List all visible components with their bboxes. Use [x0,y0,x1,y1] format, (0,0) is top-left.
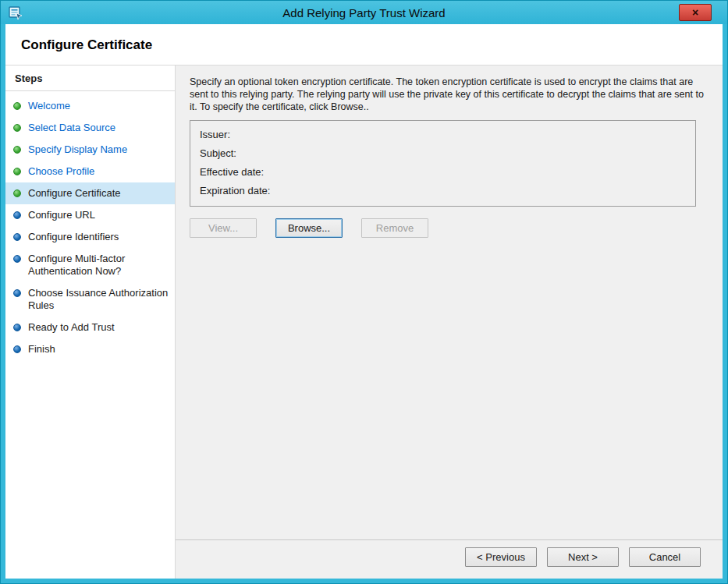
step-label: Select Data Source [28,122,169,134]
sidebar-step-welcome[interactable]: Welcome [5,95,175,117]
sidebar-step-select-data-source[interactable]: Select Data Source [5,117,175,139]
effective-date-label: Effective date: [200,166,686,178]
steps-list: Welcome Select Data Source Specify Displ… [5,91,175,360]
step-label: Specify Display Name [28,143,169,156]
sidebar-step-ready-to-add-trust: Ready to Add Trust [5,317,175,338]
previous-button[interactable]: < Previous [465,547,537,567]
step-completed-icon [13,146,21,154]
certificate-group: Issuer: Subject: Effective date: Expirat… [190,120,696,207]
footer-bar: < Previous Next > Cancel [176,540,723,579]
step-upcoming-icon [13,211,21,219]
sidebar-step-configure-identifiers: Configure Identifiers [5,226,175,248]
titlebar[interactable]: Add Relying Party Trust Wizard × [1,1,727,24]
page-header: Configure Certificate [5,24,723,65]
step-label: Configure Identifiers [28,231,169,243]
step-upcoming-icon [13,345,21,353]
steps-sidebar: Steps Welcome Select Data Source Specify… [5,65,176,579]
expiration-date-label: Expiration date: [200,185,686,196]
cancel-button[interactable]: Cancel [629,547,701,567]
sidebar-step-finish: Finish [5,338,175,360]
next-button[interactable]: Next > [547,547,619,567]
certificate-buttons: View... Browse... Remove [190,218,707,238]
step-completed-icon [13,102,21,110]
remove-button: Remove [361,218,428,238]
step-label: Configure URL [28,209,169,221]
sidebar-step-specify-display-name[interactable]: Specify Display Name [5,139,175,161]
sidebar-step-configure-url: Configure URL [5,204,175,226]
sidebar-step-choose-issuance-rules: Choose Issuance Authorization Rules [5,282,175,317]
step-upcoming-icon [13,324,21,331]
issuer-label: Issuer: [200,129,686,140]
step-label: Configure Multi-factor Authentication No… [28,253,169,278]
step-label: Choose Profile [28,165,169,178]
step-current-icon [13,189,21,197]
sidebar-step-choose-profile[interactable]: Choose Profile [5,161,175,182]
sidebar-step-configure-certificate: Configure Certificate [5,182,175,204]
step-completed-icon [13,168,21,175]
step-completed-icon [13,124,21,132]
step-label: Ready to Add Trust [28,321,169,334]
subject-label: Subject: [200,147,686,159]
step-upcoming-icon [13,233,21,241]
steps-title: Steps [5,65,175,91]
window-body: Configure Certificate Steps Welcome Sele… [5,24,723,579]
step-label: Configure Certificate [28,187,169,200]
step-label: Welcome [28,100,169,112]
wizard-window: Add Relying Party Trust Wizard × Configu… [0,0,728,584]
step-upcoming-icon [13,255,21,263]
step-upcoming-icon [13,289,21,297]
page-title: Configure Certificate [21,37,723,53]
browse-button[interactable]: Browse... [275,218,343,238]
close-button[interactable]: × [679,4,712,21]
description-text: Specify an optional token encryption cer… [190,76,707,113]
step-label: Choose Issuance Authorization Rules [28,287,169,312]
close-icon: × [692,7,698,18]
view-button: View... [190,218,257,238]
main-panel: Specify an optional token encryption cer… [176,65,723,579]
step-label: Finish [28,343,169,356]
window-title: Add Relying Party Trust Wizard [1,6,727,19]
sidebar-step-configure-multi-factor: Configure Multi-factor Authentication No… [5,248,175,282]
